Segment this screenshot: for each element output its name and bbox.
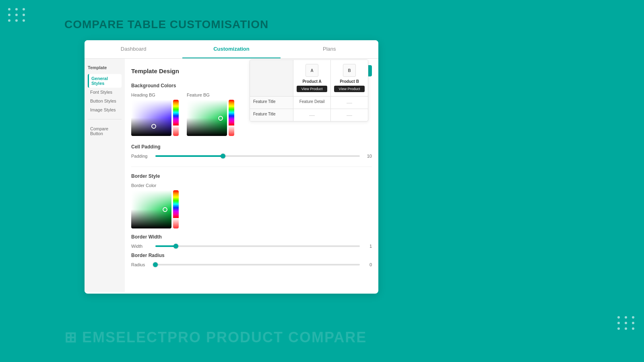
feature-bg-gradient[interactable] <box>187 100 227 136</box>
heading-bg-picker <box>131 100 179 136</box>
heading-bg-label: Heading BG <box>131 93 179 97</box>
radius-value: 0 <box>364 262 372 267</box>
watermark: ⊞ EMSELECTPRO PRODUCT COMPARE <box>64 329 367 346</box>
width-slider-thumb[interactable] <box>173 244 178 249</box>
border-opacity-gradient <box>173 218 179 228</box>
border-style-section: Border Style Border Color <box>131 167 372 267</box>
view-product-b-button[interactable]: View Product <box>334 86 365 92</box>
feature-bg-group: Feature BG <box>187 93 234 136</box>
radius-label: Radius <box>131 262 151 267</box>
cell-padding-title: Cell Padding <box>131 144 372 150</box>
sidebar-section-title: Template <box>88 65 122 70</box>
ct-feature-title-2: Feature Title <box>250 109 293 121</box>
radius-slider-track <box>155 264 360 265</box>
tab-dashboard[interactable]: Dashboard <box>85 40 182 58</box>
decorative-dots-top-left <box>8 8 27 22</box>
border-color-picker <box>131 190 372 228</box>
padding-slider-track <box>155 155 360 157</box>
ct-header-row: A Product A View Product B Product B Vie… <box>250 60 368 96</box>
padding-label: Padding <box>131 154 151 158</box>
ct-empty-header <box>250 60 293 96</box>
width-slider-track <box>155 245 360 247</box>
ct-feature-a-1: Feature Detail <box>293 97 331 109</box>
width-label: Width <box>131 244 151 249</box>
feature-bg-hue-bar[interactable] <box>229 100 234 136</box>
border-width-title: Border Width <box>131 234 372 240</box>
product-a-image: A <box>305 64 318 77</box>
decorative-dots-bottom-right <box>617 316 636 330</box>
feature-bg-label: Feature BG <box>187 93 234 97</box>
radius-row: Radius 0 <box>131 262 372 267</box>
product-b-name: Product B <box>334 79 365 84</box>
border-color-gradient[interactable] <box>131 190 171 228</box>
ct-feature-b-1: — <box>331 97 368 109</box>
ct-product-b-header: B Product B View Product <box>331 60 368 96</box>
feature-bg-picker <box>187 100 234 136</box>
product-b-image: B <box>343 64 356 77</box>
border-radius-title: Border Radius <box>131 253 372 258</box>
product-a-label: A <box>310 68 313 73</box>
opacity-gradient <box>173 125 179 136</box>
ct-feature-row-1: Feature Title Feature Detail — <box>250 96 368 109</box>
heading-bg-group: Heading BG <box>131 93 179 136</box>
feature-opacity-gradient <box>229 125 234 136</box>
compare-table-preview: A Product A View Product B Product B Vie… <box>250 60 368 121</box>
sidebar-item-font-styles[interactable]: Font Styles <box>88 88 122 97</box>
sidebar-compare-button[interactable]: Compare Button <box>88 124 122 138</box>
width-slider-fill <box>155 245 176 247</box>
view-product-a-button[interactable]: View Product <box>297 86 327 92</box>
padding-slider-thumb[interactable] <box>221 154 225 158</box>
ct-product-a-header: A Product A View Product <box>293 60 331 96</box>
tab-plans[interactable]: Plans <box>281 40 378 58</box>
tab-customization[interactable]: Customization <box>182 40 280 58</box>
border-color-thumb[interactable] <box>163 207 167 212</box>
heading-bg-gradient[interactable] <box>131 100 171 136</box>
border-color-hue-bar[interactable] <box>173 190 179 228</box>
feature-hue-gradient <box>229 100 234 125</box>
page-title: COMPARE TABLE CUSTOMISATION <box>64 18 268 31</box>
product-b-label: B <box>348 68 351 73</box>
border-hue-gradient <box>173 190 179 218</box>
sidebar: Template General Styles Font Styles Butt… <box>85 59 125 292</box>
sidebar-item-button-styles[interactable]: Button Styles <box>88 97 122 105</box>
padding-value: 10 <box>364 154 372 158</box>
sidebar-item-general-styles[interactable]: General Styles <box>88 74 122 88</box>
heading-bg-thumb[interactable] <box>151 124 156 129</box>
radius-slider-thumb[interactable] <box>153 262 158 267</box>
width-value: 1 <box>364 244 372 249</box>
ct-feature-a-2: — <box>293 109 331 121</box>
ct-feature-b-2: — <box>331 109 368 121</box>
border-style-title: Border Style <box>131 173 372 179</box>
width-row: Width 1 <box>131 244 372 249</box>
padding-slider-fill <box>155 155 223 157</box>
cell-padding-section: Cell Padding Padding 10 <box>131 144 372 158</box>
heading-bg-hue-bar[interactable] <box>173 100 179 136</box>
product-a-name: Product A <box>297 79 327 84</box>
feature-bg-thumb[interactable] <box>218 116 223 121</box>
hue-gradient <box>173 100 179 125</box>
sidebar-item-image-styles[interactable]: Image Styles <box>88 105 122 114</box>
sidebar-divider <box>88 119 122 119</box>
ct-feature-row-2: Feature Title — — <box>250 109 368 121</box>
padding-row: Padding 10 <box>131 154 372 158</box>
template-design-title: Template Design <box>131 68 179 74</box>
tab-bar: Dashboard Customization Plans <box>85 40 378 59</box>
border-color-group: Border Color <box>131 183 372 228</box>
ct-feature-title-1: Feature Title <box>250 97 293 109</box>
border-color-label: Border Color <box>131 183 372 188</box>
